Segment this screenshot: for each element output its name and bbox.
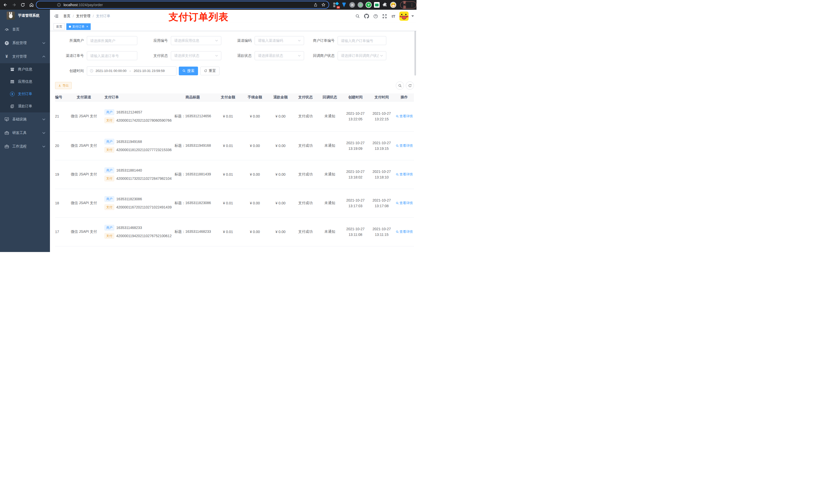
github-icon[interactable] (363, 13, 370, 19)
merchant-tag: 商户 (104, 139, 114, 144)
close-icon[interactable]: × (86, 25, 88, 28)
view-detail-link[interactable]: 查看详情 (396, 114, 413, 119)
export-button[interactable]: 导出 (55, 82, 72, 89)
site-info-icon[interactable] (57, 3, 61, 7)
app-id-label: 应用编号 (137, 39, 171, 43)
view-detail-link[interactable]: 查看详情 (396, 172, 413, 177)
browser-home-icon[interactable] (28, 2, 35, 8)
view-detail-link[interactable]: 查看详情 (396, 143, 413, 148)
share-icon[interactable] (313, 3, 318, 7)
payment-submenu: 商户信息 应用信息 ¥ 支付订单 退款订单 (0, 63, 50, 113)
create-time-range-picker[interactable]: 2021-10-01 00:00:00 - 2021-10-31 23:59:5… (87, 66, 176, 75)
search-icon[interactable] (355, 13, 361, 19)
pay-status-label: 支付状态 (137, 53, 171, 58)
extension-command-icon[interactable]: ⌘ (349, 2, 356, 8)
col-title: 商品标题 (172, 94, 214, 101)
pay-tag: 支付 (104, 118, 114, 123)
view-detail-link[interactable]: 查看详情 (396, 230, 413, 234)
font-size-icon[interactable]: tT (390, 13, 397, 19)
table-row: 20 微信 JSAPI 支付 商户 1635311949168 支付 42000… (55, 131, 414, 160)
sidebar-item-payment[interactable]: ¥ 支付管理 (0, 50, 50, 63)
row-fee-amount: ¥ 0.00 (242, 101, 268, 131)
row-pay-time: 2021-10-27 13:18:10 (369, 160, 395, 189)
grid-icon (9, 79, 15, 85)
browser-forward-icon[interactable] (11, 2, 18, 8)
help-icon[interactable] (373, 13, 379, 19)
extension-kite-icon[interactable] (341, 2, 347, 8)
merchant-input[interactable] (87, 36, 137, 45)
notify-status-select[interactable]: 请选择订单回调商户状态 (338, 51, 386, 60)
extension-chat-icon[interactable] (374, 2, 380, 8)
row-channel: 微信 JSAPI 支付 (65, 101, 102, 131)
avatar[interactable] (399, 11, 409, 21)
sidebar-item-refund-order[interactable]: 退款订单 (0, 100, 50, 113)
breadcrumb-home[interactable]: 首页 (63, 14, 70, 19)
bookmark-star-icon[interactable] (321, 3, 326, 7)
merchant-order-no-label: 商户订单编号 (304, 39, 338, 43)
table-header-row: 编号 支付渠道 支付订单 商品标题 支付金额 手续金额 退款金额 支付状态 回调… (55, 94, 414, 101)
main-area: 首页 / 支付管理 / 支付订单 支付订单列表 (50, 10, 416, 252)
sidebar-item-infrastructure[interactable]: 基础设施 (0, 113, 50, 126)
breadcrumb-payment[interactable]: 支付管理 (76, 14, 90, 19)
browser-menu-icon[interactable]: ⋮ (410, 3, 414, 7)
sidebar-item-workflow[interactable]: 工作流程 (0, 140, 50, 153)
merchant-tag: 商户 (104, 225, 114, 231)
table-refresh-icon[interactable] (406, 81, 414, 90)
table-search-toggle-icon[interactable] (396, 81, 404, 90)
browser-chrome: localhost:1024/pay/order 10 ⌘ Y 更新 ⋮ (0, 0, 416, 10)
dashboard-icon (4, 26, 10, 32)
toolbox-icon (4, 130, 10, 136)
channel-order-no-input[interactable] (87, 51, 137, 60)
merchant-tag: 商户 (104, 167, 114, 173)
merchant-order-no-input[interactable] (338, 36, 386, 45)
chevron-down-icon (42, 145, 45, 147)
sidebar-item-merchant-info[interactable]: 商户信息 (0, 63, 50, 75)
breadcrumb: 首页 / 支付管理 / 支付订单 (63, 14, 111, 19)
fullscreen-icon[interactable] (381, 13, 387, 19)
extension-record-icon[interactable] (357, 2, 364, 8)
row-fee-amount: ¥ 0.00 (242, 160, 268, 189)
extension-tag-icon[interactable]: 10 (332, 2, 339, 8)
reset-button[interactable]: 重置 (200, 67, 219, 75)
chevron-down-icon (298, 55, 301, 56)
channel-code-select[interactable]: 请输入渠道编码 (255, 36, 304, 45)
col-channel: 支付渠道 (65, 94, 102, 101)
view-detail-link[interactable]: 查看详情 (396, 201, 413, 206)
row-pay-amount: ¥ 0.01 (214, 217, 242, 246)
monitor-icon (4, 116, 10, 122)
row-notify-status: 未通知 (318, 160, 342, 189)
sidebar-item-home[interactable]: 首页 (0, 23, 50, 36)
refund-status-select[interactable]: 请选择退款状态 (255, 51, 304, 60)
date-start: 2021-10-01 00:00:00 (96, 69, 126, 73)
table-row-partial: 商户 1635311354796 (55, 246, 414, 252)
table-row: 19 微信 JSAPI 支付 商户 1635311881440 支付 42000… (55, 160, 414, 189)
sidebar-logo[interactable]: 芋道管理系统 (0, 10, 50, 22)
browser-reload-icon[interactable] (20, 2, 26, 8)
browser-back-icon[interactable] (2, 2, 9, 8)
extension-puzzle-icon[interactable] (382, 2, 388, 8)
page-scrollbar[interactable] (414, 31, 416, 75)
sidebar-item-dev-tools[interactable]: 研发工具 (0, 126, 50, 140)
sidebar-item-app-info[interactable]: 应用信息 (0, 75, 50, 88)
tab-home[interactable]: 首页 (53, 23, 65, 30)
row-channel: 微信 JSAPI 支付 (65, 217, 102, 246)
sidebar-item-pay-order[interactable]: ¥ 支付订单 (0, 88, 50, 100)
logo-avatar (7, 11, 15, 20)
extension-emoji-icon[interactable] (390, 2, 397, 8)
search-button[interactable]: 搜索 (179, 67, 198, 75)
address-bar[interactable]: localhost:1024/pay/order (36, 1, 329, 9)
merchant-label: 所属商户 (55, 39, 87, 43)
avatar-caret-icon[interactable] (411, 15, 414, 17)
row-pay-order: 商户 1635311949168 支付 42000011812021102777… (102, 131, 172, 160)
row-pay-amount: ¥ 0.01 (214, 189, 242, 217)
sidebar-item-system[interactable]: 系统管理 (0, 36, 50, 50)
app-title: 芋道管理系统 (18, 13, 40, 18)
tab-pay-order[interactable]: 支付订单 × (66, 23, 91, 30)
app-id-select[interactable]: 请选择应用信息 (171, 36, 221, 45)
pay-status-select[interactable]: 请选择支付状态 (171, 51, 221, 60)
extension-y-icon[interactable]: Y (365, 2, 372, 8)
browser-update-button[interactable]: 更新 ⋮ (400, 2, 416, 8)
chevron-down-icon (42, 118, 45, 120)
merchant-tag: 商户 (104, 110, 114, 115)
sidebar-collapse-icon[interactable] (53, 13, 59, 19)
